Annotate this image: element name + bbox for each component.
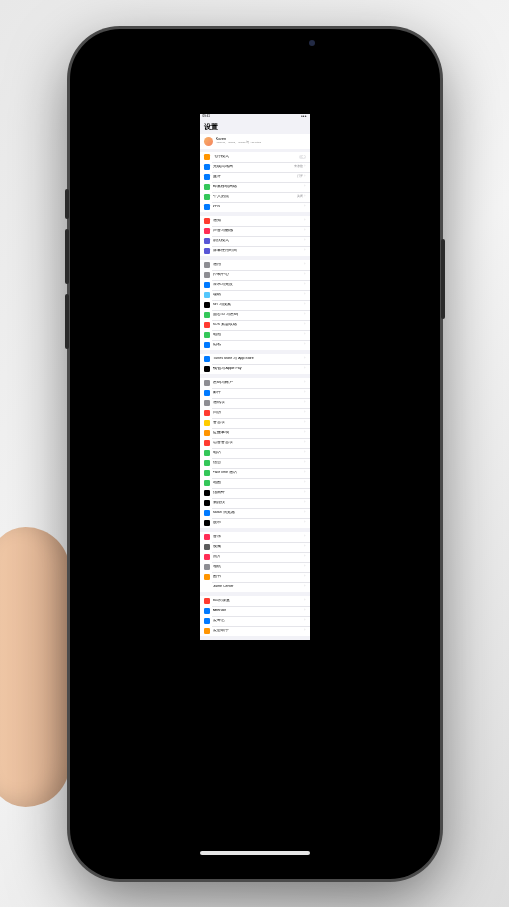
- settings-row[interactable]: 邮件›: [200, 388, 310, 398]
- row-value: 关闭: [297, 195, 303, 198]
- settings-group: 365云课堂›ABBrush›爱奇艺›爱思助手›: [200, 596, 310, 636]
- settings-row[interactable]: Siri 与搜索›: [200, 300, 310, 310]
- settings-row[interactable]: ABBrush›: [200, 606, 310, 616]
- chevron-right-icon: ›: [304, 165, 305, 169]
- settings-row[interactable]: 墙纸›: [200, 290, 310, 300]
- toggle-switch[interactable]: [299, 155, 306, 159]
- row-label: 墙纸: [213, 293, 305, 297]
- chevron-right-icon: ›: [304, 421, 305, 425]
- chevron-right-icon: ›: [304, 195, 305, 199]
- row-label: 爱思助手: [213, 629, 305, 633]
- settings-row[interactable]: 语音备忘录›: [200, 438, 310, 448]
- row-label: SOS 紧急联络: [213, 323, 305, 327]
- settings-row[interactable]: VPN›: [200, 202, 310, 212]
- settings-group: 通知›声音与触感›勿扰模式›屏幕使用时间›: [200, 216, 310, 256]
- settings-row[interactable]: 地图›: [200, 478, 310, 488]
- settings-row[interactable]: 电池›: [200, 330, 310, 340]
- row-label: ABBrush: [213, 609, 305, 613]
- settings-row[interactable]: 测距仪›: [200, 498, 310, 508]
- stocks-icon: [204, 520, 210, 526]
- row-label: 通知: [213, 219, 305, 223]
- row-label: 无线局域网: [213, 165, 295, 169]
- settings-row[interactable]: 通知›: [200, 216, 310, 226]
- settings-row[interactable]: 通用›: [200, 260, 310, 270]
- settings-row[interactable]: 日历›: [200, 408, 310, 418]
- chevron-right-icon: ›: [304, 411, 305, 415]
- passwords-icon: [204, 380, 210, 386]
- vpn-icon: [204, 204, 210, 210]
- safari-icon: [204, 510, 210, 516]
- row-label: 飞行模式: [213, 155, 299, 159]
- settings-row[interactable]: 显示与亮度›: [200, 280, 310, 290]
- row-label: 地图: [213, 481, 305, 485]
- settings-row[interactable]: FaceTime 通话›: [200, 468, 310, 478]
- settings-row[interactable]: 通讯录›: [200, 398, 310, 408]
- settings-row[interactable]: 相机›: [200, 562, 310, 572]
- settings-row[interactable]: 视频›: [200, 542, 310, 552]
- settings-row[interactable]: 指南针›: [200, 488, 310, 498]
- settings-row[interactable]: 蜂窝移动网络›: [200, 182, 310, 192]
- settings-row[interactable]: 电话›: [200, 448, 310, 458]
- settings-row[interactable]: 备忘录›: [200, 418, 310, 428]
- settings-row[interactable]: 屏幕使用时间›: [200, 246, 310, 256]
- chevron-right-icon: ›: [304, 599, 305, 603]
- settings-row[interactable]: 面容 ID 与密码›: [200, 310, 310, 320]
- settings-row[interactable]: 蓝牙打开›: [200, 172, 310, 182]
- row-label: FaceTime 通话: [213, 471, 305, 475]
- settings-row[interactable]: 勿扰模式›: [200, 236, 310, 246]
- settings-row[interactable]: 提醒事项›: [200, 428, 310, 438]
- settings-row[interactable]: Safari 浏览器›: [200, 508, 310, 518]
- photos-icon: [204, 554, 210, 560]
- row-label: 测距仪: [213, 501, 305, 505]
- control-center-icon: [204, 272, 210, 278]
- settings-screenshot: 09:41 ●●● 设置 Karen Apple ID、iCloud、iTune…: [200, 114, 310, 640]
- settings-row[interactable]: 爱思助手›: [200, 626, 310, 636]
- phone-icon: [204, 450, 210, 456]
- facetime-icon: [204, 470, 210, 476]
- settings-row[interactable]: 个人热点关闭›: [200, 192, 310, 202]
- settings-row[interactable]: 爱奇艺›: [200, 616, 310, 626]
- row-label: 勿扰模式: [213, 239, 305, 243]
- settings-row[interactable]: 密码与帐户›: [200, 378, 310, 388]
- row-label: VPN: [213, 205, 305, 209]
- camera-icon: [204, 564, 210, 570]
- row-label: 日历: [213, 411, 305, 415]
- apple-id-row[interactable]: Karen Apple ID、iCloud、iTunes 与 App Store: [200, 134, 310, 149]
- settings-row[interactable]: 声音与触感›: [200, 226, 310, 236]
- settings-row[interactable]: iTunes Store 与 App Store›: [200, 354, 310, 364]
- page-title: 设置: [200, 120, 310, 132]
- row-label: 通讯录: [213, 401, 305, 405]
- settings-row[interactable]: 无线局域网未连接›: [200, 162, 310, 172]
- settings-row[interactable]: 365云课堂›: [200, 596, 310, 606]
- home-indicator[interactable]: [200, 851, 310, 855]
- settings-row[interactable]: Game Center›: [200, 582, 310, 592]
- gamecenter-icon: [204, 584, 210, 590]
- row-label: iTunes Store 与 App Store: [213, 357, 305, 361]
- settings-row[interactable]: 飞行模式: [200, 152, 310, 162]
- chevron-right-icon: ›: [304, 491, 305, 495]
- settings-row[interactable]: 股市›: [200, 518, 310, 528]
- settings-group: 密码与帐户›邮件›通讯录›日历›备忘录›提醒事项›语音备忘录›电话›信息›Fac…: [200, 378, 310, 528]
- settings-row[interactable]: 音乐›: [200, 532, 310, 542]
- appstore-icon: [204, 356, 210, 362]
- maps-icon: [204, 480, 210, 486]
- chevron-right-icon: ›: [304, 481, 305, 485]
- phone-screen: 09:41 ●●● 设置 Karen Apple ID、iCloud、iTune…: [79, 44, 431, 864]
- phone-frame: 09:41 ●●● 设置 Karen Apple ID、iCloud、iTune…: [70, 29, 440, 879]
- sos-icon: [204, 322, 210, 328]
- row-label: 图书: [213, 575, 305, 579]
- chevron-right-icon: ›: [304, 431, 305, 435]
- reminders-icon: [204, 430, 210, 436]
- settings-row[interactable]: 钱包与 Apple Pay›: [200, 364, 310, 374]
- chevron-right-icon: ›: [304, 619, 305, 623]
- chevron-right-icon: ›: [304, 391, 305, 395]
- settings-row[interactable]: 图书›: [200, 572, 310, 582]
- settings-row[interactable]: 照片›: [200, 552, 310, 562]
- chevron-right-icon: ›: [304, 585, 305, 589]
- settings-row[interactable]: 隐私›: [200, 340, 310, 350]
- settings-row[interactable]: 控制中心›: [200, 270, 310, 280]
- settings-row[interactable]: 信息›: [200, 458, 310, 468]
- row-label: 面容 ID 与密码: [213, 313, 305, 317]
- settings-row[interactable]: SOS 紧急联络›: [200, 320, 310, 330]
- music-icon: [204, 534, 210, 540]
